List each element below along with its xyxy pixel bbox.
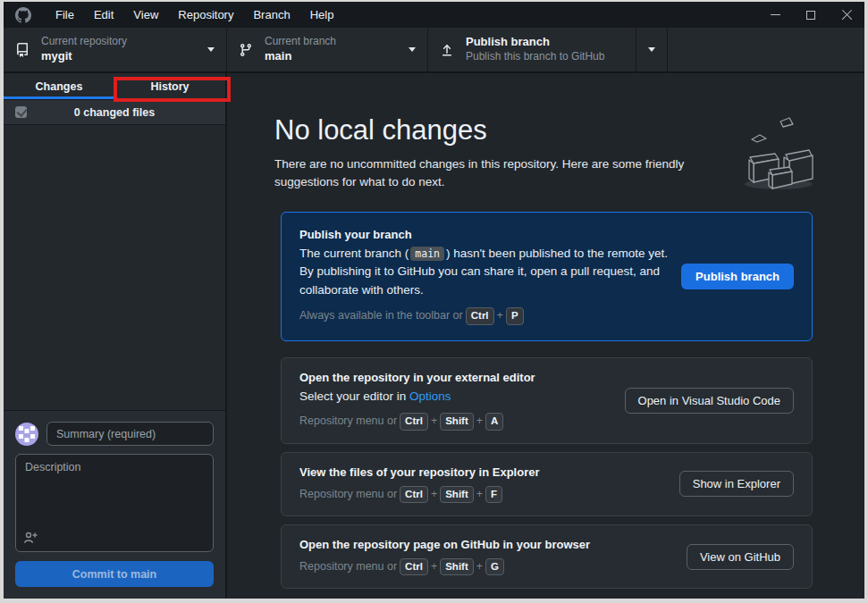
commit-form: Commit to main xyxy=(4,410,225,599)
explorer-panel-title: View the files of your repository in Exp… xyxy=(299,465,667,479)
menu-view[interactable]: View xyxy=(123,2,168,28)
page-subtitle: There are no uncommitted changes in this… xyxy=(274,155,735,192)
key-shift: Shift xyxy=(440,558,474,575)
open-in-vscode-button[interactable]: Open in Visual Studio Code xyxy=(625,388,794,414)
menu-file[interactable]: File xyxy=(46,2,84,28)
repo-icon xyxy=(15,43,29,57)
maximize-button[interactable] xyxy=(793,2,829,28)
key-ctrl: Ctrl xyxy=(466,307,494,324)
add-coauthor-icon[interactable] xyxy=(23,531,38,545)
plus-separator: + xyxy=(431,488,437,500)
menu-edit[interactable]: Edit xyxy=(84,2,123,28)
current-branch-selector[interactable]: Current branch main xyxy=(227,28,428,71)
summary-input[interactable] xyxy=(46,422,214,446)
publish-body-pre: The current branch ( xyxy=(299,247,409,260)
content-area: Changes History 0 changed files xyxy=(4,73,864,599)
paper-stack-illustration xyxy=(734,114,820,191)
editor-line-pre: Select your editor in xyxy=(299,389,409,403)
chevron-down-icon xyxy=(207,47,215,52)
sidebar-tabs: Changes History xyxy=(4,73,225,100)
current-repository-selector[interactable]: Current repository mygit xyxy=(4,28,227,71)
key-ctrl: Ctrl xyxy=(400,413,428,430)
menu-repository[interactable]: Repository xyxy=(168,2,243,28)
hint-text: Always available in the toolbar or xyxy=(299,309,463,322)
publish-panel-body: The current branch (main) hasn't been pu… xyxy=(299,245,669,301)
show-in-explorer-panel: View the files of your repository in Exp… xyxy=(281,452,813,516)
publish-branch-title: Publish branch xyxy=(466,35,604,50)
titlebar: File Edit View Repository Branch Help xyxy=(4,2,864,28)
publish-branch-panel: Publish your branch The current branch (… xyxy=(281,212,813,341)
minimize-icon xyxy=(771,14,780,15)
toolbar-spacer xyxy=(668,28,864,71)
file-list-empty-area xyxy=(4,125,225,410)
key-shift: Shift xyxy=(440,486,474,503)
view-on-github-button[interactable]: View on GitHub xyxy=(687,544,794,570)
plus-separator: + xyxy=(431,560,437,573)
key-shift: Shift xyxy=(440,413,474,430)
window-controls xyxy=(757,2,864,28)
description-box xyxy=(15,454,214,552)
tab-changes[interactable]: Changes xyxy=(4,73,114,99)
menu-help[interactable]: Help xyxy=(300,2,344,28)
explorer-panel-hint: Repository menu orCtrl+Shift+F xyxy=(299,485,667,503)
plus-separator: + xyxy=(476,560,483,573)
changed-files-row[interactable]: 0 changed files xyxy=(4,100,225,125)
options-link[interactable]: Options xyxy=(409,389,451,403)
current-repository-value: mygit xyxy=(41,49,127,64)
chevron-down-icon xyxy=(648,47,655,52)
hint-text: Repository menu or xyxy=(299,560,397,573)
close-icon xyxy=(841,9,853,21)
chevron-down-icon xyxy=(409,47,416,52)
key-f: F xyxy=(485,486,502,503)
publish-panel-title: Publish your branch xyxy=(299,228,669,241)
github-panel-hint: Repository menu orCtrl+Shift+G xyxy=(299,557,674,575)
current-branch-value: main xyxy=(265,49,336,64)
github-desktop-window: File Edit View Repository Branch Help Cu… xyxy=(4,2,864,599)
toolbar: Current repository mygit Current branch … xyxy=(4,28,864,73)
publish-panel-hint: Always available in the toolbar orCtrl+P xyxy=(299,306,669,324)
view-on-github-panel: Open the repository page on GitHub in yo… xyxy=(281,524,813,589)
maximize-icon xyxy=(806,11,815,20)
key-ctrl: Ctrl xyxy=(400,558,428,575)
github-panel-title: Open the repository page on GitHub in yo… xyxy=(299,538,674,551)
git-branch-icon xyxy=(239,43,253,57)
key-ctrl: Ctrl xyxy=(400,486,428,503)
hint-text: Repository menu or xyxy=(299,415,397,427)
tab-history[interactable]: History xyxy=(114,73,225,99)
current-branch-label: Current branch xyxy=(265,35,336,49)
commit-button-branch: main xyxy=(131,568,156,581)
plus-separator: + xyxy=(497,309,503,322)
publish-branch-toolbar-button[interactable]: Publish branch Publish this branch to Gi… xyxy=(428,28,636,71)
open-in-editor-panel: Open the repository in your external edi… xyxy=(281,357,813,444)
editor-panel-hint: Repository menu orCtrl+Shift+A xyxy=(299,412,612,430)
editor-panel-title: Open the repository in your external edi… xyxy=(299,371,612,384)
plus-separator: + xyxy=(476,415,483,427)
publish-branch-dropdown[interactable] xyxy=(636,28,668,71)
publish-branch-button[interactable]: Publish branch xyxy=(681,264,794,289)
github-logo-icon xyxy=(15,7,31,23)
editor-panel-line: Select your editor in Options xyxy=(299,388,612,406)
key-a: A xyxy=(485,413,503,430)
key-p: P xyxy=(506,307,524,324)
key-g: G xyxy=(485,558,504,575)
branch-code-chip: main xyxy=(410,247,444,261)
suggestion-panels: Publish your branch The current branch (… xyxy=(281,212,813,590)
select-all-checkbox[interactable] xyxy=(15,106,27,118)
description-input[interactable] xyxy=(16,455,213,519)
main-panel: No local changes There are no uncommitte… xyxy=(227,73,864,599)
hint-text: Repository menu or xyxy=(299,488,397,500)
changed-files-count: 0 changed files xyxy=(4,106,225,119)
plus-separator: + xyxy=(476,488,483,500)
upload-icon xyxy=(440,43,454,57)
menu-branch[interactable]: Branch xyxy=(243,2,299,28)
sidebar: Changes History 0 changed files xyxy=(4,73,227,599)
commit-button[interactable]: Commit to main xyxy=(15,561,214,587)
close-button[interactable] xyxy=(829,2,864,28)
commit-button-prefix: Commit to xyxy=(72,568,131,581)
minimize-button[interactable] xyxy=(757,2,793,28)
current-repository-label: Current repository xyxy=(41,35,127,49)
avatar xyxy=(15,423,38,446)
publish-branch-subtitle: Publish this branch to GitHub xyxy=(466,50,604,64)
show-in-explorer-button[interactable]: Show in Explorer xyxy=(679,471,794,497)
plus-separator: + xyxy=(431,415,437,427)
